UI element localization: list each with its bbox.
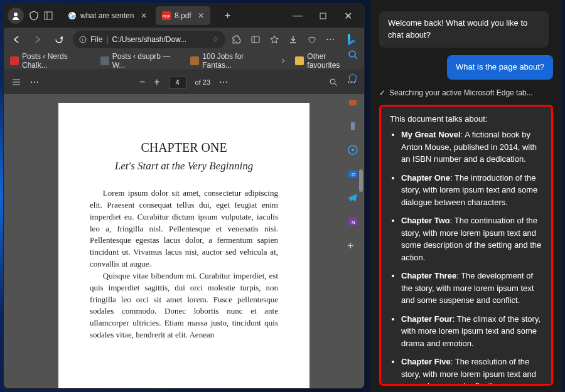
svg-rect-18 [349, 100, 357, 105]
collections-icon[interactable] [250, 34, 261, 45]
edge-sidebar: O N + [342, 29, 365, 252]
answer-list: My Great Novel: A fictional book by Anto… [390, 129, 542, 386]
bookmarks-bar: Posts ‹ Nerds Chalk... Posts ‹ dsuprb — … [4, 51, 364, 70]
wellness-icon[interactable] [307, 34, 317, 45]
pdf-more-icon[interactable]: ⋯ [30, 77, 40, 87]
svg-point-21 [352, 149, 354, 151]
svg-text:O: O [352, 172, 355, 177]
url-text: C:/Users/shash/Dow... [112, 35, 186, 44]
add-icon[interactable]: + [347, 240, 360, 252]
more-icon[interactable]: ⋯ [326, 34, 335, 45]
bookmark-overflow[interactable] [280, 58, 286, 64]
favicon [190, 56, 199, 65]
contents-icon[interactable] [11, 77, 21, 87]
extension-icon[interactable] [232, 34, 242, 45]
close-button[interactable]: ✕ [335, 6, 360, 25]
bookmark-item[interactable]: Posts ‹ Nerds Chalk... [10, 52, 92, 70]
list-item: Chapter Five: The resolution of the stor… [401, 356, 542, 386]
svg-point-14 [330, 79, 335, 84]
browser-window: what are sentence ✕ PDF 8.pdf ✕ + — ✕ [3, 3, 365, 389]
bookmark-label: 100 Jobs for Fantas... [202, 52, 271, 70]
zoom-in-button[interactable]: + [154, 77, 159, 88]
bookmark-label: Posts ‹ dsuprb — W... [112, 52, 182, 70]
bookmark-item[interactable]: 100 Jobs for Fantas... [190, 52, 271, 70]
profile-button[interactable] [8, 8, 24, 24]
tab-bar: what are sentence ✕ PDF 8.pdf ✕ + — ✕ [4, 4, 364, 28]
pdf-toolbar: ⋯ − + of 23 ⋯ ⋯ [4, 70, 364, 94]
bookmark-item[interactable]: Posts ‹ dsuprb — W... [100, 52, 182, 70]
svg-point-16 [349, 51, 355, 57]
status-line: ✓ Searching your active Microsoft Edge t… [379, 88, 553, 97]
tab-label: what are sentence [80, 11, 134, 20]
close-icon[interactable]: ✕ [198, 11, 204, 20]
url-prefix: File [90, 35, 102, 44]
page-total: of 23 [195, 78, 210, 86]
chapter-subtitle: Let's Start at the Very Beginning [90, 160, 278, 172]
downloads-icon[interactable] [288, 34, 298, 45]
minimize-button[interactable]: — [285, 6, 310, 25]
user-message: What is the page about? [447, 55, 553, 80]
tools-icon[interactable] [347, 97, 360, 109]
message-text: What is the page about? [456, 62, 544, 72]
answer-intro: This document talks about: [390, 113, 542, 125]
google-icon [68, 11, 77, 20]
star-icon[interactable]: ☆ [212, 35, 219, 44]
nav-bar: i File | C:/Users/shash/Dow... ☆ ⋯ [4, 28, 364, 51]
tab-label: 8.pdf [175, 11, 191, 20]
window-controls: — ✕ [285, 6, 360, 25]
pdf-viewport[interactable]: CHAPTER ONE Let's Start at the Very Begi… [4, 94, 364, 388]
bing-chat-panel: Welcome back! What would you like to cha… [370, 0, 562, 392]
onenote-icon[interactable]: N [347, 216, 360, 228]
svg-text:PDF: PDF [163, 14, 170, 18]
chapter-title: CHAPTER ONE [90, 140, 278, 155]
svg-line-17 [355, 56, 357, 59]
list-item: My Great Novel: A fictional book by Anto… [401, 129, 542, 166]
pdf-view-more[interactable]: ⋯ [219, 77, 229, 87]
list-item: Chapter Two: The continuation of the sto… [401, 215, 542, 263]
page-input[interactable] [169, 76, 186, 88]
forward-button[interactable] [30, 32, 45, 47]
shopping-icon[interactable] [347, 73, 360, 85]
discover-icon[interactable] [347, 144, 360, 157]
maximize-button[interactable] [310, 6, 335, 25]
close-icon[interactable]: ✕ [141, 11, 147, 20]
pdf-icon: PDF [162, 11, 171, 20]
body-paragraph: Quisque vitae bibendum mi. Curabitur imp… [90, 270, 278, 341]
list-item: Chapter Three: The development of the st… [401, 270, 542, 307]
info-icon: i [79, 36, 87, 43]
bot-message: Welcome back! What would you like to cha… [379, 11, 549, 48]
folder-icon [295, 56, 304, 65]
back-button[interactable] [9, 32, 24, 47]
address-bar[interactable]: i File | C:/Users/shash/Dow... ☆ [73, 31, 225, 48]
games-icon[interactable] [347, 120, 360, 133]
svg-rect-1 [45, 12, 52, 19]
bot-answer: This document talks about: My Great Nove… [379, 105, 553, 386]
toolbar-icons: ⋯ [232, 32, 359, 47]
message-text: Welcome back! What would you like to cha… [388, 18, 527, 40]
favicon [100, 56, 109, 65]
outlook-icon[interactable]: O [347, 168, 360, 181]
bookmark-label: Posts ‹ Nerds Chalk... [22, 52, 92, 70]
body-paragraph: Lorem ipsum dolor sit amet, consectetur … [90, 188, 278, 270]
svg-line-15 [335, 83, 337, 86]
refresh-button[interactable] [51, 32, 67, 47]
favorites-icon[interactable] [269, 34, 279, 45]
workspaces-icon[interactable] [29, 11, 39, 21]
search-icon[interactable] [347, 49, 360, 61]
telegram-icon[interactable] [347, 192, 360, 204]
zoom-out-button[interactable]: − [139, 77, 145, 88]
status-text: Searching your active Microsoft Edge tab… [389, 88, 533, 97]
new-tab-button[interactable]: + [219, 7, 237, 24]
svg-rect-9 [252, 36, 259, 43]
svg-point-0 [14, 13, 18, 16]
favicon [10, 56, 19, 65]
find-icon[interactable] [328, 77, 338, 87]
svg-rect-19 [351, 122, 355, 130]
tabs: what are sentence ✕ PDF 8.pdf ✕ [62, 6, 210, 25]
check-icon: ✓ [379, 88, 385, 97]
tab-pdf[interactable]: PDF 8.pdf ✕ [156, 6, 210, 25]
vertical-tabs-icon[interactable] [44, 11, 53, 20]
tab-search[interactable]: what are sentence ✕ [62, 6, 153, 25]
svg-text:N: N [352, 220, 355, 225]
svg-text:i: i [82, 37, 83, 43]
